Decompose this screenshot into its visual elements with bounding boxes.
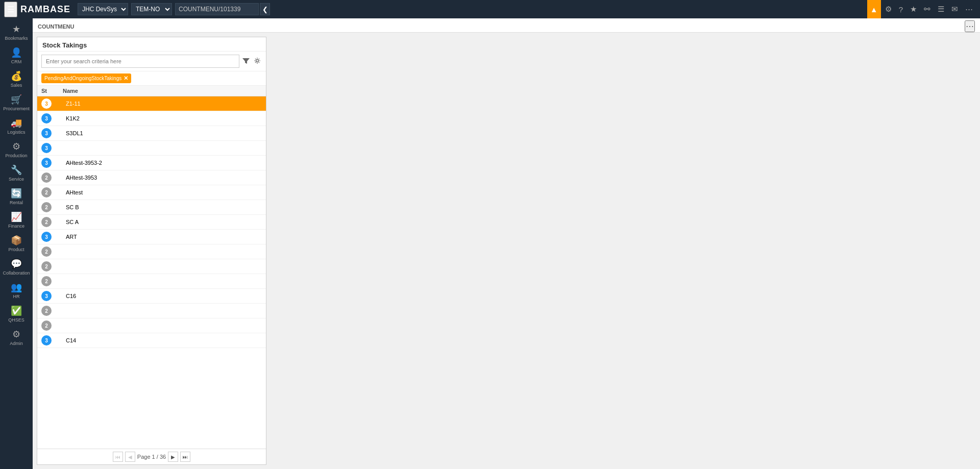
- sidebar-item-sales[interactable]: 💰 Sales: [0, 67, 33, 91]
- production-icon: ⚙: [12, 141, 20, 152]
- table-row[interactable]: 2: [37, 304, 266, 318]
- admin-icon: ⚙: [12, 329, 20, 340]
- bookmarks-icon: ★: [12, 23, 20, 35]
- pagination-text: Page 1 / 36: [137, 454, 166, 460]
- rental-icon: 🔄: [11, 188, 22, 199]
- table-row[interactable]: 3: [37, 141, 266, 156]
- sidebar-item-label: Bookmarks: [5, 36, 28, 41]
- page-more-button[interactable]: ⋯: [965, 20, 975, 32]
- row-name: AHtest-3953-2: [63, 160, 262, 166]
- mail-icon-button[interactable]: ✉: [948, 0, 961, 18]
- status-badge: 3: [41, 335, 52, 345]
- sidebar-item-label: Finance: [8, 224, 24, 229]
- sidebar-item-procurement[interactable]: 🛒 Procurement: [0, 91, 33, 114]
- filter-icon: [242, 57, 250, 64]
- topnav-more-button[interactable]: ⋯: [962, 0, 976, 18]
- qhses-icon: ✅: [11, 305, 22, 316]
- pagination-last-button[interactable]: ⏭: [180, 452, 190, 462]
- sidebar-item-bookmarks[interactable]: ★ Bookmarks: [0, 20, 33, 44]
- table-row[interactable]: 2: [37, 318, 266, 333]
- table-row[interactable]: 2SC A: [37, 215, 266, 230]
- path-back-button[interactable]: ❮: [260, 3, 270, 15]
- procurement-icon: 🛒: [11, 94, 22, 105]
- pagination-prev-button[interactable]: ◀: [125, 452, 135, 462]
- table-row[interactable]: 3Z1-11: [37, 96, 266, 111]
- list-panel: Stock Takings: [37, 37, 266, 465]
- table-row[interactable]: 3C16: [37, 289, 266, 304]
- help-icon-button[interactable]: ?: [896, 0, 906, 18]
- favorites-icon-button[interactable]: ★: [907, 0, 920, 18]
- table-row[interactable]: 2: [37, 259, 266, 274]
- env-select[interactable]: TEM-NO: [131, 3, 172, 15]
- table-row[interactable]: 3ART: [37, 230, 266, 244]
- hamburger-menu-button[interactable]: ☰: [4, 2, 17, 17]
- table-row[interactable]: 3AHtest-3953-2: [37, 156, 266, 170]
- sidebar-item-product[interactable]: 📦 Product: [0, 232, 33, 255]
- search-input[interactable]: [41, 55, 239, 68]
- content-area: COUNTMENU ⋯ Stock Takings: [33, 18, 980, 469]
- sidebar-item-label: Product: [8, 247, 24, 252]
- pagination-first-button[interactable]: ⏮: [113, 452, 123, 462]
- apps-icon-button[interactable]: ☰: [935, 0, 947, 18]
- module-label: COUNTMENU: [38, 23, 75, 30]
- table-row[interactable]: 3K1K2: [37, 111, 266, 126]
- table-row[interactable]: 3C14: [37, 333, 266, 348]
- finance-icon: 📈: [11, 211, 22, 223]
- row-name: S3DL1: [63, 130, 262, 136]
- main-body: ★ Bookmarks 👤 CRM 💰 Sales 🛒 Procurement …: [0, 18, 980, 469]
- status-badge: 2: [41, 306, 52, 316]
- table-row[interactable]: 2SC B: [37, 200, 266, 215]
- top-navigation: ☰ RAMBASE JHC DevSys TEM-NO ❮ ▲ ⚙ ? ★ ⚯ …: [0, 0, 980, 18]
- sidebar-item-production[interactable]: ⚙ Production: [0, 138, 33, 161]
- status-badge: 2: [41, 246, 52, 257]
- sidebar-item-label: Production: [5, 153, 27, 158]
- settings-icon: [254, 57, 261, 64]
- sidebar: ★ Bookmarks 👤 CRM 💰 Sales 🛒 Procurement …: [0, 18, 33, 469]
- row-name: ART: [63, 234, 262, 240]
- filter-button[interactable]: [241, 56, 251, 67]
- sidebar-item-label: Admin: [10, 341, 23, 346]
- sidebar-item-service[interactable]: 🔧 Service: [0, 161, 33, 185]
- filter-tag-remove-button[interactable]: ✕: [124, 75, 128, 82]
- page-header: COUNTMENU ⋯: [33, 18, 980, 33]
- pagination: ⏮ ◀ Page 1 / 36 ▶ ⏭: [37, 449, 266, 464]
- path-input[interactable]: [175, 3, 259, 15]
- sidebar-item-qhses[interactable]: ✅ QHSES: [0, 302, 33, 326]
- sidebar-item-logistics[interactable]: 🚚 Logistics: [0, 114, 33, 138]
- sidebar-item-finance[interactable]: 📈 Finance: [0, 208, 33, 232]
- sales-icon: 💰: [11, 70, 22, 82]
- sidebar-item-label: Procurement: [3, 106, 30, 111]
- svg-marker-0: [242, 58, 250, 64]
- status-badge: 3: [41, 158, 52, 168]
- sidebar-item-rental[interactable]: 🔄 Rental: [0, 185, 33, 208]
- alert-icon-button[interactable]: ▲: [867, 0, 881, 18]
- table-row[interactable]: 2AHtest: [37, 185, 266, 200]
- table-header: St Name: [37, 86, 266, 96]
- settings-icon-button[interactable]: ⚙: [882, 0, 895, 18]
- sidebar-item-collaboration[interactable]: 💬 Collaboration: [0, 255, 33, 279]
- pagination-next-button[interactable]: ▶: [168, 452, 178, 462]
- product-icon: 📦: [11, 235, 22, 246]
- hr-icon: 👥: [11, 282, 22, 293]
- row-name: C14: [63, 337, 262, 343]
- table-row[interactable]: 2AHtest-3953: [37, 170, 266, 185]
- col-header-st: St: [41, 88, 63, 94]
- sidebar-item-hr[interactable]: 👥 HR: [0, 279, 33, 302]
- table-row[interactable]: 2: [37, 244, 266, 259]
- filter-tag-label: PendingAndOngoingStockTakings: [44, 76, 121, 81]
- search-settings-button[interactable]: [253, 56, 262, 67]
- row-name: C16: [63, 293, 262, 299]
- row-name: AHtest: [63, 189, 262, 195]
- table-row[interactable]: 3S3DL1: [37, 126, 266, 141]
- logistics-icon: 🚚: [11, 117, 22, 129]
- sidebar-item-admin[interactable]: ⚙ Admin: [0, 326, 33, 349]
- app-logo: RAMBASE: [20, 4, 70, 15]
- sidebar-item-crm[interactable]: 👤 CRM: [0, 44, 33, 67]
- status-badge: 2: [41, 172, 52, 183]
- status-badge: 3: [41, 143, 52, 153]
- row-name: K1K2: [63, 115, 262, 121]
- search-bar: [37, 52, 266, 71]
- company-select[interactable]: JHC DevSys: [78, 3, 128, 15]
- link-icon-button[interactable]: ⚯: [921, 0, 934, 18]
- table-row[interactable]: 2: [37, 274, 266, 289]
